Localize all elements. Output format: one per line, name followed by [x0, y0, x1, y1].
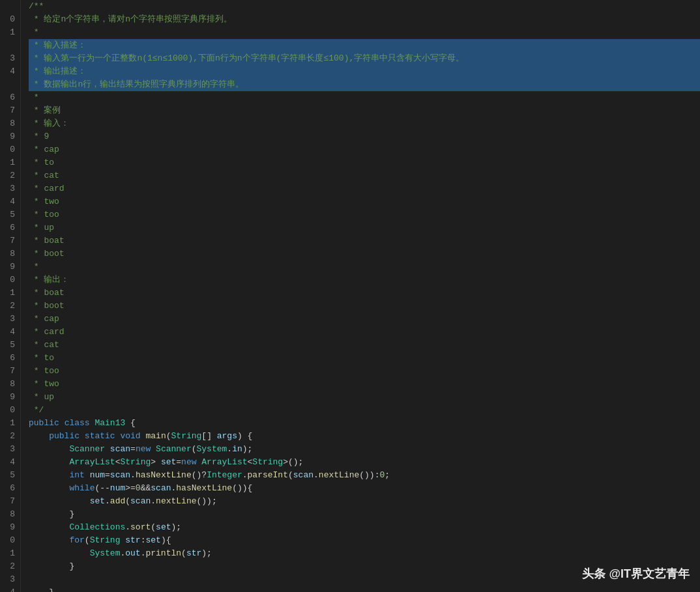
code-line: * too [29, 208, 700, 221]
code-line: public static void main(String[] args) { [29, 430, 700, 443]
code-editor: 0134678901234567890123456789012345678901… [0, 0, 700, 592]
line-number: 1 [0, 547, 15, 560]
code-line: * boot [29, 247, 700, 261]
code-line: Collections.sort(set); [29, 521, 700, 534]
line-number: 6 [0, 482, 15, 495]
line-number: 4 [0, 586, 15, 592]
code-line: * boat [29, 234, 700, 247]
code-line: while(--num>=0&&scan.hasNextLine()){ [29, 482, 700, 495]
line-number: 5 [0, 208, 15, 221]
code-line: */ [29, 404, 700, 417]
code-line: * [29, 91, 700, 104]
line-number: 7 [0, 234, 15, 247]
code-line: } [29, 586, 700, 592]
code-line: * to [29, 352, 700, 365]
code-line: * cat [29, 169, 700, 182]
code-line: int num=scan.hasNextLine()?Integer.parse… [29, 469, 700, 482]
line-number: 0 [0, 13, 15, 26]
code-line: * two [29, 378, 700, 391]
line-number [0, 0, 15, 13]
line-number: 8 [0, 378, 15, 391]
line-number: 9 [0, 261, 15, 274]
line-numbers: 0134678901234567890123456789012345678901… [0, 0, 21, 592]
code-line: * two [29, 195, 700, 208]
line-number [0, 78, 15, 91]
code-line: * 给定n个字符串，请对n个字符串按照字典序排列。 [29, 13, 700, 26]
line-number: 3 [0, 443, 15, 456]
code-line: * 输入第一行为一个正整数n(1≤n≤1000),下面n行为n个字符串(字符串长… [29, 52, 700, 65]
line-number: 7 [0, 495, 15, 508]
line-number: 4 [0, 456, 15, 469]
line-number: 4 [0, 65, 15, 78]
code-line: * 输出描述： [29, 65, 700, 78]
code-line: * 数据输出n行，输出结果为按照字典序排列的字符串。 [29, 78, 700, 91]
code-line: System.out.println(str); [29, 547, 700, 560]
line-number: 9 [0, 521, 15, 534]
line-number: 3 [0, 52, 15, 65]
code-line: * [29, 26, 700, 39]
line-number: 2 [0, 300, 15, 313]
line-number: 8 [0, 247, 15, 261]
line-number: 0 [0, 143, 15, 156]
code-line: * 9 [29, 130, 700, 143]
line-number: 2 [0, 430, 15, 443]
line-number: 1 [0, 156, 15, 169]
code-line: * boot [29, 300, 700, 313]
line-number: 6 [0, 91, 15, 104]
line-number: 2 [0, 169, 15, 182]
line-number: 7 [0, 365, 15, 378]
code-line: * cap [29, 313, 700, 326]
line-number: 6 [0, 352, 15, 365]
line-number: 2 [0, 560, 15, 573]
line-number: 1 [0, 287, 15, 300]
code-line: * cat [29, 339, 700, 352]
line-number [0, 39, 15, 52]
code-area: /** * 给定n个字符串，请对n个字符串按照字典序排列。 * * 输入描述： … [21, 0, 700, 592]
code-line: * card [29, 182, 700, 195]
code-line: ArrayList<String> set=new ArrayList<Stri… [29, 456, 700, 469]
line-number: 1 [0, 26, 15, 39]
code-line: * 输入： [29, 117, 700, 130]
code-line: Scanner scan=new Scanner(System.in); [29, 443, 700, 456]
code-line: * up [29, 391, 700, 404]
line-number: 8 [0, 508, 15, 521]
line-number: 0 [0, 404, 15, 417]
watermark: 头条 @IT界文艺青年 [582, 566, 690, 582]
line-number: 7 [0, 104, 15, 117]
line-number: 0 [0, 534, 15, 547]
code-line: * card [29, 326, 700, 339]
line-number: 3 [0, 573, 15, 586]
code-line: for(String str:set){ [29, 534, 700, 547]
line-number: 1 [0, 417, 15, 430]
code-line: * 输入描述： [29, 39, 700, 52]
line-number: 6 [0, 221, 15, 234]
line-number: 3 [0, 313, 15, 326]
code-line: } [29, 508, 700, 521]
line-number: 4 [0, 195, 15, 208]
code-line: * 输出： [29, 274, 700, 287]
code-line: * boat [29, 287, 700, 300]
code-line: * 案例 [29, 104, 700, 117]
code-line: * [29, 261, 700, 274]
line-number: 0 [0, 274, 15, 287]
line-number: 5 [0, 469, 15, 482]
code-line: set.add(scan.nextLine()); [29, 495, 700, 508]
line-number: 8 [0, 117, 15, 130]
line-number: 9 [0, 391, 15, 404]
code-line: /** [29, 0, 700, 13]
line-number: 4 [0, 326, 15, 339]
line-number: 5 [0, 339, 15, 352]
line-number: 9 [0, 130, 15, 143]
code-line: public class Main13 { [29, 417, 700, 430]
code-line: * to [29, 156, 700, 169]
code-line: * up [29, 221, 700, 234]
code-line: * cap [29, 143, 700, 156]
code-line: * too [29, 365, 700, 378]
line-number: 3 [0, 182, 15, 195]
